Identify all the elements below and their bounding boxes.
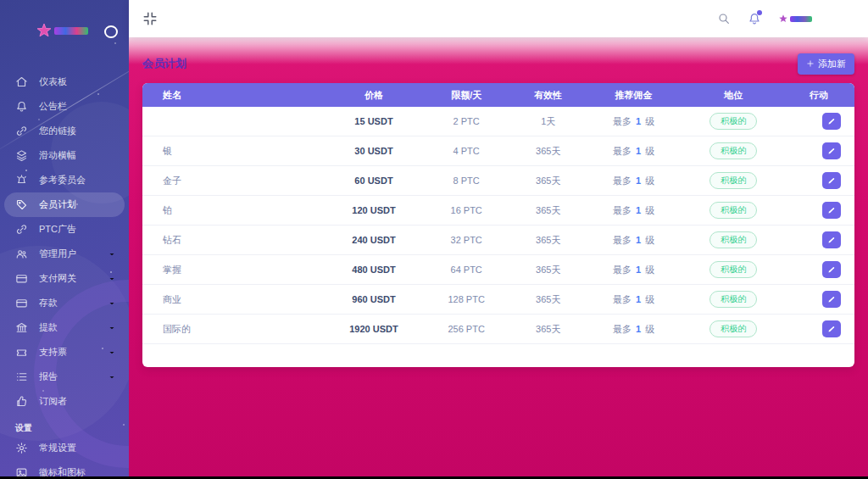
edit-button[interactable] xyxy=(822,172,841,189)
sidebar-item[interactable]: 参考委员会 xyxy=(4,168,125,192)
plan-commission: 最多1级 xyxy=(584,175,684,187)
table-row: 铂 120 USDT 16 PTC 365天 最多1级 积极的 xyxy=(142,196,854,226)
table-header-cell: 姓名 xyxy=(142,89,327,102)
plan-name: 钻石 xyxy=(142,234,327,247)
card-icon xyxy=(15,272,28,285)
plan-limit: 64 PTC xyxy=(420,265,513,275)
commission-level: 1 xyxy=(636,294,641,304)
plan-limit: 16 PTC xyxy=(420,205,513,215)
table-header-cell: 限额/天 xyxy=(420,89,513,102)
brand-logo xyxy=(36,22,88,39)
notification-dot xyxy=(757,10,762,15)
brand-wordmark xyxy=(54,27,88,35)
sidebar-collapse-button[interactable] xyxy=(142,11,158,26)
plan-price: 120 USDT xyxy=(327,205,420,215)
profile-button[interactable] xyxy=(778,14,812,24)
plan-limit: 32 PTC xyxy=(420,235,513,245)
table-row: 国际的 1920 USDT 256 PTC 365天 最多1级 积极的 xyxy=(142,315,854,344)
plan-validity: 365天 xyxy=(513,264,584,276)
search-button[interactable] xyxy=(717,12,731,25)
plan-price: 480 USDT xyxy=(327,265,420,275)
status-badge: 积极的 xyxy=(709,291,757,308)
ticket-icon xyxy=(15,346,28,359)
edit-button[interactable] xyxy=(822,231,841,248)
sidebar-item[interactable]: 订阅者 xyxy=(4,389,125,414)
gear-icon xyxy=(15,442,28,454)
table-header-cell: 推荐佣金 xyxy=(584,89,684,102)
table-row: 银 30 USDT 4 PTC 365天 最多1级 积极的 xyxy=(142,136,854,166)
table-header-cell: 价格 xyxy=(327,89,420,102)
plan-limit: 4 PTC xyxy=(420,146,513,156)
sidebar-item[interactable]: 会员计划 xyxy=(4,192,125,217)
sidebar-item[interactable]: 滑动横幅 xyxy=(4,143,125,168)
table-header-cell: 地位 xyxy=(683,89,783,102)
notifications-button[interactable] xyxy=(748,12,761,25)
sidebar-item[interactable]: 徽标和图标 xyxy=(4,460,125,476)
sidebar-item-label: 管理用户 xyxy=(39,248,76,260)
table-row: 15 USDT 2 PTC 1天 最多1级 积极的 xyxy=(142,107,854,136)
edit-button[interactable] xyxy=(822,142,841,159)
status-badge: 积极的 xyxy=(709,320,757,337)
plan-name: 铂 xyxy=(142,204,327,217)
sidebar-item-label: PTC广告 xyxy=(39,223,76,236)
sidebar-item[interactable]: 支持票 xyxy=(4,340,125,365)
plan-commission: 最多1级 xyxy=(584,234,684,247)
alarm-icon xyxy=(15,174,28,187)
edit-button[interactable] xyxy=(822,291,841,308)
edit-button[interactable] xyxy=(822,113,841,130)
plan-price: 60 USDT xyxy=(327,175,420,186)
commission-level: 1 xyxy=(636,324,641,334)
plan-name: 掌握 xyxy=(142,264,327,276)
commission-level: 1 xyxy=(636,175,641,186)
sidebar-item[interactable]: 常规设置 xyxy=(4,436,125,460)
status-badge: 积极的 xyxy=(709,261,757,278)
list-icon xyxy=(15,370,28,383)
sidebar-item[interactable]: 报告 xyxy=(4,365,125,389)
plan-limit: 2 PTC xyxy=(420,116,513,126)
bank-icon xyxy=(15,321,28,334)
sidebar-item[interactable]: 提款 xyxy=(4,315,125,340)
sidebar-item-label: 常规设置 xyxy=(39,442,76,454)
edit-button[interactable] xyxy=(822,261,841,278)
plan-validity: 365天 xyxy=(513,234,584,247)
table-row: 商业 960 USDT 128 PTC 365天 最多1级 积极的 xyxy=(142,285,854,315)
sidebar-item[interactable]: 支付网关 xyxy=(4,266,125,291)
plans-table: 姓名价格限额/天有效性推荐佣金地位行动 15 USDT 2 PTC 1天 最多1… xyxy=(142,83,854,367)
sidebar-logo-row xyxy=(0,0,129,63)
edit-button[interactable] xyxy=(822,202,841,219)
sidebar-item-label: 参考委员会 xyxy=(39,174,86,187)
plan-validity: 1天 xyxy=(513,115,584,128)
table-row: 掌握 480 USDT 64 PTC 365天 最多1级 积极的 xyxy=(142,255,854,285)
sidebar-item-label: 仪表板 xyxy=(39,75,67,88)
bell-icon xyxy=(15,100,28,113)
sidebar-pin-toggle[interactable] xyxy=(104,25,118,38)
sidebar-item[interactable]: 管理用户 xyxy=(4,242,125,266)
plan-price: 960 USDT xyxy=(327,294,420,304)
chevron-down-icon xyxy=(108,275,116,283)
edit-button[interactable] xyxy=(822,320,841,337)
sidebar-item[interactable]: 仪表板 xyxy=(4,70,125,94)
chevron-down-icon xyxy=(108,348,116,357)
link-icon xyxy=(15,223,28,236)
chevron-down-icon xyxy=(108,324,116,332)
plan-commission: 最多1级 xyxy=(584,293,684,306)
sidebar: 仪表板 公告栏 您的链接 滑动横幅 参考委员会 xyxy=(0,0,129,476)
sidebar-item[interactable]: 您的链接 xyxy=(4,119,125,143)
sidebar-item[interactable]: PTC广告 xyxy=(4,217,125,242)
sidebar-item[interactable]: 公告栏 xyxy=(4,94,125,119)
profile-logo xyxy=(790,16,812,22)
plan-price: 30 USDT xyxy=(327,146,420,156)
home-icon xyxy=(15,75,28,88)
plan-commission: 最多1级 xyxy=(584,145,684,158)
sidebar-item[interactable]: 存款 xyxy=(4,291,125,315)
sidebar-item-label: 公告栏 xyxy=(39,100,67,113)
pencil-icon xyxy=(827,206,836,214)
app-window: 仪表板 公告栏 您的链接 滑动横幅 参考委员会 xyxy=(0,0,868,479)
status-badge: 积极的 xyxy=(709,172,757,189)
status-badge: 积极的 xyxy=(709,142,757,159)
sidebar-item-label: 会员计划 xyxy=(39,198,76,211)
sidebar-item-label: 您的链接 xyxy=(39,125,76,137)
plan-commission: 最多1级 xyxy=(584,204,684,217)
plan-name: 金子 xyxy=(142,175,327,187)
add-new-button[interactable]: 添加新 xyxy=(798,53,854,75)
